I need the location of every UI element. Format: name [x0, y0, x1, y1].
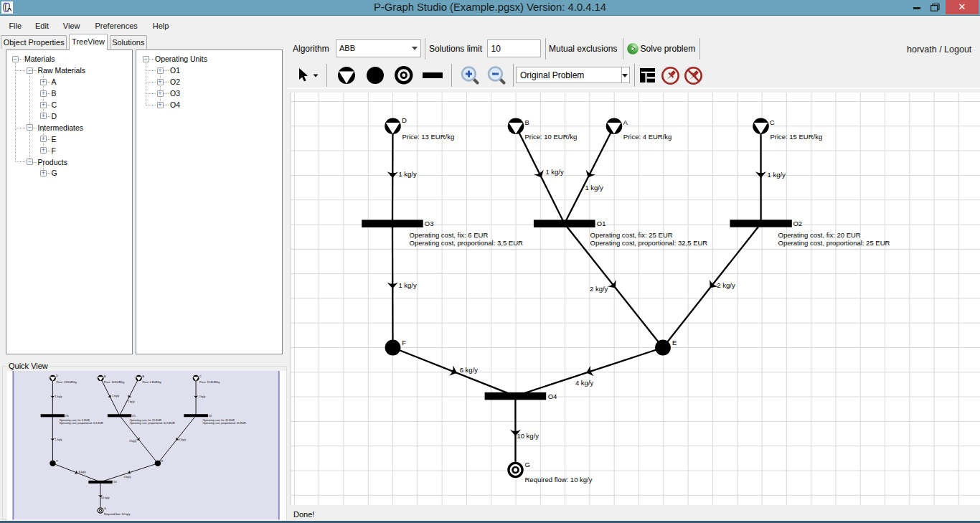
svg-text:1 kg/y: 1 kg/y — [545, 168, 564, 176]
svg-text:A: A — [623, 118, 628, 126]
svg-text:6 kg/y: 6 kg/y — [460, 366, 479, 374]
svg-text:Price: 4 EUR/kg: Price: 4 EUR/kg — [623, 133, 672, 141]
svg-text:O1: O1 — [597, 220, 606, 227]
svg-text:Required flow: 10 kg/y: Required flow: 10 kg/y — [525, 476, 593, 484]
svg-text:Operating cost, proportional:: Operating cost, proportional: 25 EUR — [778, 239, 890, 247]
svg-text:B: B — [525, 118, 529, 126]
svg-text:10 kg/y: 10 kg/y — [517, 432, 539, 440]
svg-text:2 kg/y: 2 kg/y — [717, 281, 735, 289]
svg-text:Price: 10 EUR/kg: Price: 10 EUR/kg — [524, 133, 577, 141]
svg-text:2 kg/y: 2 kg/y — [590, 285, 608, 293]
svg-text:Price: 13 EUR/kg: Price: 13 EUR/kg — [402, 133, 454, 141]
svg-text:1 kg/y: 1 kg/y — [398, 281, 417, 289]
svg-text:Operating cost, fix: 25 EUR: Operating cost, fix: 25 EUR — [590, 231, 673, 239]
svg-text:D: D — [402, 116, 407, 124]
svg-text:O4: O4 — [548, 392, 557, 400]
svg-text:G: G — [524, 461, 529, 468]
svg-text:1 kg/y: 1 kg/y — [768, 171, 786, 179]
svg-text:Operating cost, fix: 20 EUR: Operating cost, fix: 20 EUR — [778, 231, 861, 239]
svg-text:F: F — [402, 339, 406, 347]
svg-text:1 kg/y: 1 kg/y — [398, 170, 417, 178]
svg-text:E: E — [672, 339, 677, 347]
svg-text:Price: 15 EUR/kg: Price: 15 EUR/kg — [770, 133, 822, 141]
svg-text:O2: O2 — [793, 220, 802, 227]
svg-text:Operating cost, proportional:: Operating cost, proportional: 32,5 EUR — [590, 239, 708, 247]
svg-text:Operating cost, proportional:: Operating cost, proportional: 3,5 EUR — [410, 239, 524, 247]
svg-text:O3: O3 — [425, 220, 434, 227]
svg-text:C: C — [770, 118, 775, 126]
svg-text:4 kg/y: 4 kg/y — [575, 379, 594, 387]
svg-text:Operating cost, fix: 6 EUR: Operating cost, fix: 6 EUR — [410, 231, 489, 239]
svg-text:1 kg/y: 1 kg/y — [585, 184, 603, 192]
